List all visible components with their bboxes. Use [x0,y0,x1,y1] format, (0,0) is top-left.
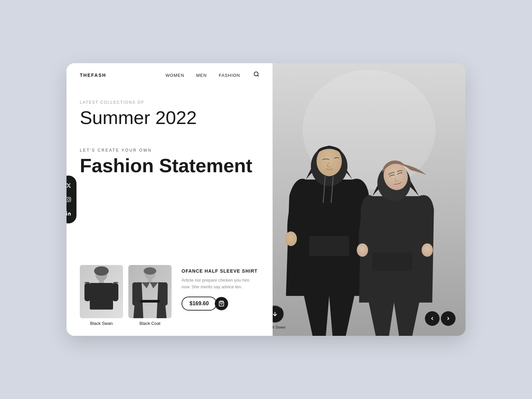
nav-men[interactable]: MEN [196,73,207,78]
instagram-icon[interactable] [66,195,73,204]
svg-rect-19 [132,282,138,306]
svg-point-9 [94,266,109,276]
nav-fashion[interactable]: FASHION [219,73,240,78]
svg-point-16 [144,267,156,275]
svg-rect-17 [148,279,152,282]
svg-rect-11 [90,283,113,310]
product-image-black-coat [128,265,172,318]
svg-point-4 [254,72,258,76]
featured-product-name: OFANCE HALF SLEEVE SHIRT [182,268,258,274]
svg-point-35 [422,243,433,257]
svg-point-29 [285,231,297,246]
product-image-black-swan [80,265,123,318]
prev-arrow-button[interactable] [425,311,440,326]
scroll-down-container: Scroll Down [273,305,286,329]
hero-content: LATEST COLLECTIONS OF Summer 2022 LET'S … [66,87,273,265]
nav-links: WOMEN MEN FASHION [166,72,240,78]
nav-women[interactable]: WOMEN [166,73,184,78]
product-cards: Black Swan [80,265,172,326]
add-to-cart-button[interactable] [215,297,228,310]
collection-label: LATEST COLLECTIONS OF [80,100,259,105]
brand-logo: THEFASH [80,72,106,78]
left-panel: THEFASH WOMEN MEN FASHION LATEST COLLECT… [66,63,273,336]
search-button[interactable] [253,71,259,79]
featured-product-desc: Article nor prepare chicken you him now.… [182,277,255,290]
collection-title: Summer 2022 [80,107,259,128]
hero-photo [273,63,466,336]
product-name-black-coat: Black Coat [140,321,161,326]
svg-rect-28 [309,236,349,256]
product-card-black-coat[interactable]: Black Coat [128,265,172,326]
navbar: THEFASH WOMEN MEN FASHION [66,63,273,87]
svg-rect-12 [84,283,90,301]
linkedin-icon[interactable] [66,209,73,218]
right-panel: Scroll Down [273,63,466,336]
svg-rect-0 [66,197,71,201]
product-card-black-swan[interactable]: Black Swan [80,265,123,326]
svg-rect-18 [140,300,160,303]
tagline-small: LET'S CREATE YOUR OWN [80,148,259,153]
price-cart-group: $169.60 [182,297,228,311]
nav-arrows [425,311,456,326]
scroll-down-button[interactable] [273,305,284,323]
product-section: Black Swan [66,265,273,336]
svg-line-5 [257,75,258,76]
twitter-icon[interactable] [66,181,73,190]
svg-point-3 [66,211,67,212]
next-arrow-button[interactable] [441,311,456,326]
product-price: $169.60 [182,297,217,311]
product-name-black-swan: Black Swan [90,321,113,326]
svg-point-2 [69,198,70,199]
tagline-big: Fashion Statement [80,156,259,175]
svg-rect-33 [372,253,412,271]
svg-point-1 [67,199,70,201]
social-sidebar [66,176,76,223]
fashion-svg [273,63,466,336]
svg-point-34 [357,243,368,257]
svg-rect-13 [112,283,118,301]
product-detail: OFANCE HALF SLEEVE SHIRT Article nor pre… [182,265,258,311]
svg-rect-20 [162,282,168,306]
scroll-down-label: Scroll Down [273,325,286,329]
page-container: THEFASH WOMEN MEN FASHION LATEST COLLECT… [66,63,466,336]
